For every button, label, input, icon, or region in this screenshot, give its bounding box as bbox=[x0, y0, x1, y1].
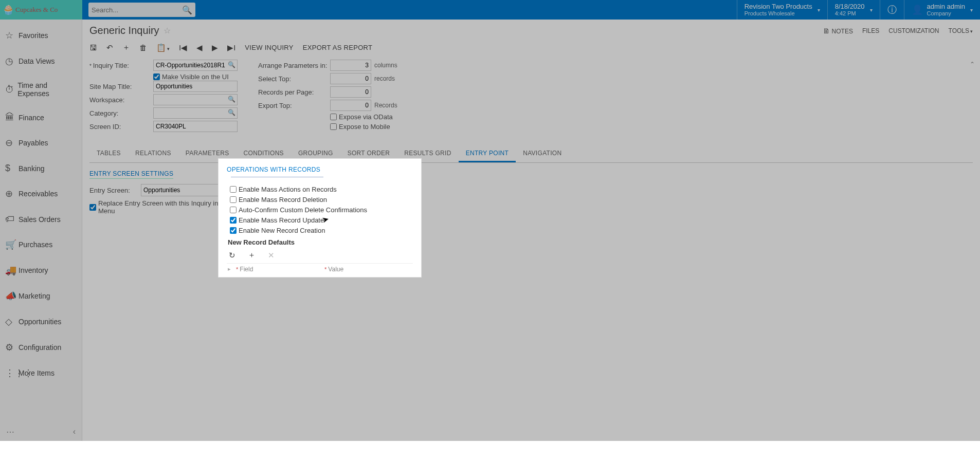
last-button[interactable]: ▶I bbox=[227, 43, 235, 52]
more-dots-icon[interactable]: ⋯ bbox=[6, 427, 14, 437]
sidebar-label: Receivables bbox=[19, 190, 58, 198]
new-record-defaults-heading: New Record Defaults bbox=[228, 238, 413, 246]
mass-delete-label: Enable Mass Record Deletion bbox=[239, 196, 327, 203]
operations-section-title: OPERATIONS WITH RECORDS bbox=[227, 166, 413, 180]
grid-icon: ⋮⋮⋮ bbox=[5, 367, 19, 379]
favorite-star-icon[interactable]: ☆ bbox=[164, 26, 171, 35]
tenant-switcher[interactable]: Revision Two Products Products Wholesale… bbox=[737, 0, 827, 20]
arrange-unit: columns bbox=[374, 62, 397, 69]
tenant-name: Revision Two Products bbox=[745, 3, 812, 11]
grid-row-selector-icon: ▸ bbox=[228, 266, 236, 273]
collapse-sidebar-icon[interactable]: ‹ bbox=[73, 427, 76, 437]
sidebar-item-receivables[interactable]: ⊕Receivables bbox=[0, 181, 82, 207]
replace-entry-checkbox[interactable] bbox=[89, 204, 96, 211]
clock-icon: ⏱ bbox=[5, 84, 17, 95]
mass-delete-checkbox[interactable] bbox=[230, 196, 237, 203]
clipboard-button[interactable]: 📋▾ bbox=[156, 43, 170, 52]
sidebar-item-opportunities[interactable]: ◇Opportunities bbox=[0, 309, 82, 335]
search-box[interactable]: 🔍 bbox=[88, 3, 195, 17]
sidebar-label: Purchases bbox=[19, 240, 52, 249]
sidebar-item-purchases[interactable]: 🛒Purchases bbox=[0, 232, 82, 257]
sidebar-item-more[interactable]: ⋮⋮⋮More Items bbox=[0, 360, 82, 386]
autoconfirm-checkbox[interactable] bbox=[230, 207, 237, 213]
add-button[interactable]: ＋ bbox=[122, 43, 130, 52]
refresh-button[interactable]: ↻ bbox=[229, 251, 235, 260]
sidebar-item-time[interactable]: ⏱Time and Expenses bbox=[0, 74, 82, 105]
recordspage-input[interactable] bbox=[330, 86, 371, 98]
tab-entrypoint[interactable]: ENTRY POINT bbox=[459, 145, 516, 162]
exporttop-unit: Records bbox=[374, 102, 397, 109]
expose-odata-checkbox[interactable] bbox=[330, 114, 337, 120]
plus-circle-icon: ⊕ bbox=[5, 188, 19, 199]
logo: Cupcakes & Co bbox=[0, 0, 82, 20]
user-name: admin admin bbox=[927, 3, 965, 11]
date-switcher[interactable]: 8/18/2020 4:42 PM ▾ bbox=[827, 0, 880, 20]
selecttop-input[interactable] bbox=[330, 73, 371, 84]
view-inquiry-button[interactable]: VIEW INQUIRY bbox=[245, 44, 293, 51]
help-button[interactable]: ⓘ bbox=[880, 0, 904, 20]
exporttop-input[interactable] bbox=[330, 100, 371, 111]
selecttop-unit: records bbox=[374, 75, 395, 82]
expose-odata-label: Expose via OData bbox=[339, 113, 393, 121]
customization-button[interactable]: CUSTOMIZATION bbox=[888, 27, 939, 34]
search-icon[interactable]: 🔍 bbox=[182, 5, 192, 15]
sidebar-label: Data Views bbox=[19, 57, 55, 65]
delete-row-button[interactable]: ✕ bbox=[268, 251, 275, 260]
tools-button[interactable]: TOOLS▾ bbox=[949, 27, 973, 34]
sidebar-item-finance[interactable]: 🏛Finance bbox=[0, 105, 82, 130]
exporttop-label: Export Top: bbox=[258, 102, 330, 109]
operations-panel: OPERATIONS WITH RECORDS Enable Mass Acti… bbox=[218, 158, 422, 277]
arrange-input[interactable] bbox=[330, 60, 371, 71]
chevron-down-icon: ▾ bbox=[818, 7, 820, 13]
tab-navigation[interactable]: NAVIGATION bbox=[516, 145, 569, 162]
sidebar-item-marketing[interactable]: 📣Marketing bbox=[0, 283, 82, 309]
sidebar-item-dataviews[interactable]: ◷Data Views bbox=[0, 48, 82, 74]
replace-entry-label: Replace Entry Screen with this Inquiry i… bbox=[98, 199, 233, 215]
sidebar-label: Favorites bbox=[19, 31, 48, 40]
lookup-icon[interactable]: 🔍 bbox=[228, 109, 235, 116]
search-input[interactable] bbox=[92, 6, 182, 14]
mass-update-checkbox[interactable] bbox=[230, 217, 237, 224]
sidebar-item-payables[interactable]: ⊖Payables bbox=[0, 130, 82, 156]
app-header: Cupcakes & Co 🔍 Revision Two Products Pr… bbox=[0, 0, 980, 20]
lookup-icon[interactable]: 🔍 bbox=[228, 96, 235, 103]
first-button[interactable]: I◀ bbox=[179, 43, 187, 52]
export-report-button[interactable]: EXPORT AS REPORT bbox=[303, 44, 373, 51]
sidebar-item-configuration[interactable]: ⚙Configuration bbox=[0, 335, 82, 360]
collapse-form-icon[interactable]: ⌃ bbox=[970, 61, 975, 68]
prev-button[interactable]: ◀ bbox=[196, 43, 203, 52]
inquiry-title-input[interactable] bbox=[153, 60, 238, 71]
lookup-icon[interactable]: 🔍 bbox=[228, 61, 235, 68]
megaphone-icon: 📣 bbox=[5, 290, 19, 302]
make-visible-checkbox[interactable] bbox=[153, 73, 160, 80]
new-record-checkbox[interactable] bbox=[230, 227, 237, 234]
category-label: Category: bbox=[89, 109, 153, 117]
next-button[interactable]: ▶ bbox=[212, 43, 218, 52]
column-field: Field bbox=[236, 266, 324, 273]
workspace-label: Workspace: bbox=[89, 96, 153, 104]
tab-relations[interactable]: RELATIONS bbox=[128, 145, 178, 162]
workspace-input[interactable] bbox=[153, 94, 238, 105]
sitemap-input[interactable] bbox=[153, 81, 238, 92]
notes-button[interactable]: 🗎NOTES bbox=[823, 27, 853, 35]
sidebar-item-banking[interactable]: $Banking bbox=[0, 156, 82, 181]
delete-button[interactable]: 🗑 bbox=[139, 43, 147, 52]
screenid-input[interactable] bbox=[153, 121, 238, 132]
expose-mobile-checkbox[interactable] bbox=[330, 123, 337, 130]
arrange-label: Arrange Parameters in: bbox=[258, 62, 330, 69]
category-input[interactable] bbox=[153, 107, 238, 119]
tab-tables[interactable]: TABLES bbox=[89, 145, 128, 162]
user-menu[interactable]: 👤 admin admin Company ▾ bbox=[904, 0, 980, 20]
sidebar-item-salesorders[interactable]: 🏷Sales Orders bbox=[0, 207, 82, 232]
sidebar-item-favorites[interactable]: ☆Favorites bbox=[0, 23, 82, 48]
note-icon: 🗎 bbox=[823, 27, 830, 35]
column-value: Value bbox=[324, 266, 413, 273]
add-row-button[interactable]: ＋ bbox=[248, 250, 256, 260]
files-button[interactable]: FILES bbox=[862, 27, 879, 34]
sidebar-label: Configuration bbox=[19, 343, 61, 351]
sidebar-item-inventory[interactable]: 🚚Inventory bbox=[0, 257, 82, 283]
save-button[interactable]: 🖫 bbox=[89, 43, 97, 52]
cancel-button[interactable]: ↶ bbox=[106, 43, 113, 52]
sidebar-label: Inventory bbox=[19, 266, 48, 274]
mass-actions-checkbox[interactable] bbox=[230, 186, 237, 193]
